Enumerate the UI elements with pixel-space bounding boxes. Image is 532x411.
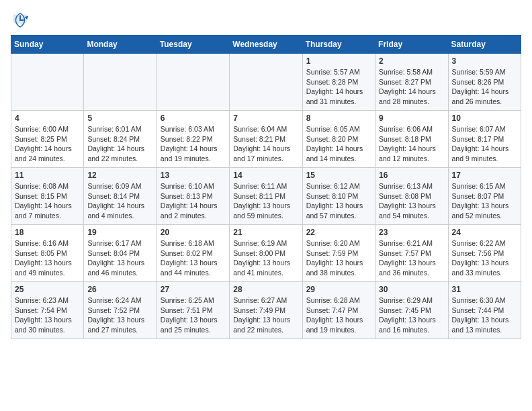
day-info-text: Sunrise: 6:16 AM Sunset: 8:05 PM Dayligh… (15, 238, 80, 278)
calendar-day-cell: 25Sunrise: 6:23 AM Sunset: 7:54 PM Dayli… (11, 282, 84, 339)
calendar-day-cell: 21Sunrise: 6:19 AM Sunset: 8:00 PM Dayli… (230, 225, 302, 282)
day-number: 16 (379, 171, 444, 180)
calendar-day-cell: 5Sunrise: 6:01 AM Sunset: 8:24 PM Daylig… (84, 111, 157, 168)
day-number: 22 (306, 228, 371, 237)
day-info-text: Sunrise: 6:29 AM Sunset: 7:45 PM Dayligh… (379, 295, 444, 335)
weekday-header-cell: Friday (375, 36, 448, 54)
day-number: 28 (233, 285, 298, 294)
logo (11, 11, 31, 30)
day-number: 8 (306, 113, 371, 123)
day-number: 10 (452, 113, 517, 123)
calendar-day-cell: 12Sunrise: 6:09 AM Sunset: 8:14 PM Dayli… (84, 168, 157, 225)
day-number: 24 (452, 228, 517, 237)
calendar-day-cell (84, 54, 157, 111)
calendar-day-cell: 7Sunrise: 6:04 AM Sunset: 8:21 PM Daylig… (230, 111, 302, 168)
day-number: 2 (379, 56, 444, 66)
day-number: 30 (379, 285, 444, 294)
calendar-day-cell: 10Sunrise: 6:07 AM Sunset: 8:17 PM Dayli… (448, 111, 521, 168)
day-info-text: Sunrise: 6:11 AM Sunset: 8:11 PM Dayligh… (233, 181, 298, 221)
calendar-day-cell: 19Sunrise: 6:17 AM Sunset: 8:04 PM Dayli… (84, 225, 157, 282)
day-number: 29 (306, 285, 371, 294)
day-info-text: Sunrise: 5:58 AM Sunset: 8:27 PM Dayligh… (379, 67, 444, 107)
day-info-text: Sunrise: 6:05 AM Sunset: 8:20 PM Dayligh… (306, 124, 371, 164)
calendar-day-cell: 11Sunrise: 6:08 AM Sunset: 8:15 PM Dayli… (11, 168, 84, 225)
calendar-day-cell: 1Sunrise: 5:57 AM Sunset: 8:28 PM Daylig… (302, 54, 375, 111)
calendar-week-row: 25Sunrise: 6:23 AM Sunset: 7:54 PM Dayli… (11, 282, 521, 339)
day-info-text: Sunrise: 6:12 AM Sunset: 8:10 PM Dayligh… (306, 181, 371, 221)
calendar-day-cell: 4Sunrise: 6:00 AM Sunset: 8:25 PM Daylig… (11, 111, 84, 168)
day-info-text: Sunrise: 6:23 AM Sunset: 7:54 PM Dayligh… (15, 295, 80, 335)
day-number: 13 (161, 171, 226, 180)
calendar-day-cell: 2Sunrise: 5:58 AM Sunset: 8:27 PM Daylig… (375, 54, 448, 111)
day-info-text: Sunrise: 6:07 AM Sunset: 8:17 PM Dayligh… (452, 124, 517, 164)
calendar-day-cell: 22Sunrise: 6:20 AM Sunset: 7:59 PM Dayli… (302, 225, 375, 282)
day-number: 5 (87, 113, 152, 123)
day-info-text: Sunrise: 6:21 AM Sunset: 7:57 PM Dayligh… (379, 238, 444, 278)
calendar-day-cell: 27Sunrise: 6:25 AM Sunset: 7:51 PM Dayli… (157, 282, 229, 339)
calendar-day-cell: 8Sunrise: 6:05 AM Sunset: 8:20 PM Daylig… (302, 111, 375, 168)
calendar-day-cell: 15Sunrise: 6:12 AM Sunset: 8:10 PM Dayli… (302, 168, 375, 225)
day-number: 11 (15, 171, 80, 180)
day-number: 19 (87, 228, 152, 237)
day-info-text: Sunrise: 5:57 AM Sunset: 8:28 PM Dayligh… (306, 67, 371, 107)
weekday-header-row: SundayMondayTuesdayWednesdayThursdayFrid… (11, 36, 521, 54)
day-info-text: Sunrise: 6:04 AM Sunset: 8:21 PM Dayligh… (233, 124, 298, 164)
day-number: 25 (15, 285, 80, 294)
day-number: 1 (306, 56, 371, 66)
day-number: 26 (87, 285, 152, 294)
calendar-day-cell (230, 54, 302, 111)
day-info-text: Sunrise: 6:27 AM Sunset: 7:49 PM Dayligh… (233, 295, 298, 335)
day-number: 21 (233, 228, 298, 237)
calendar-day-cell: 13Sunrise: 6:10 AM Sunset: 8:13 PM Dayli… (157, 168, 229, 225)
day-info-text: Sunrise: 6:06 AM Sunset: 8:18 PM Dayligh… (379, 124, 444, 164)
weekday-header-cell: Monday (84, 36, 157, 54)
day-info-text: Sunrise: 6:10 AM Sunset: 8:13 PM Dayligh… (161, 181, 226, 221)
calendar-day-cell: 26Sunrise: 6:24 AM Sunset: 7:52 PM Dayli… (84, 282, 157, 339)
day-info-text: Sunrise: 6:15 AM Sunset: 8:07 PM Dayligh… (452, 181, 517, 221)
day-info-text: Sunrise: 6:22 AM Sunset: 7:56 PM Dayligh… (452, 238, 517, 278)
calendar-body: 1Sunrise: 5:57 AM Sunset: 8:28 PM Daylig… (11, 54, 521, 339)
calendar-day-cell: 23Sunrise: 6:21 AM Sunset: 7:57 PM Dayli… (375, 225, 448, 282)
day-info-text: Sunrise: 6:18 AM Sunset: 8:02 PM Dayligh… (161, 238, 226, 278)
calendar-week-row: 4Sunrise: 6:00 AM Sunset: 8:25 PM Daylig… (11, 111, 521, 168)
day-number: 31 (452, 285, 517, 294)
day-info-text: Sunrise: 6:03 AM Sunset: 8:22 PM Dayligh… (161, 124, 226, 164)
day-number: 15 (306, 171, 371, 180)
calendar-day-cell: 16Sunrise: 6:13 AM Sunset: 8:08 PM Dayli… (375, 168, 448, 225)
calendar-day-cell: 18Sunrise: 6:16 AM Sunset: 8:05 PM Dayli… (11, 225, 84, 282)
calendar-day-cell: 30Sunrise: 6:29 AM Sunset: 7:45 PM Dayli… (375, 282, 448, 339)
day-number: 9 (379, 113, 444, 123)
day-number: 7 (233, 113, 298, 123)
header (11, 11, 521, 30)
calendar-day-cell: 14Sunrise: 6:11 AM Sunset: 8:11 PM Dayli… (230, 168, 302, 225)
day-info-text: Sunrise: 6:08 AM Sunset: 8:15 PM Dayligh… (15, 181, 80, 221)
calendar-day-cell (157, 54, 229, 111)
calendar-day-cell: 29Sunrise: 6:28 AM Sunset: 7:47 PM Dayli… (302, 282, 375, 339)
weekday-header-cell: Saturday (448, 36, 521, 54)
calendar-day-cell: 24Sunrise: 6:22 AM Sunset: 7:56 PM Dayli… (448, 225, 521, 282)
calendar-week-row: 18Sunrise: 6:16 AM Sunset: 8:05 PM Dayli… (11, 225, 521, 282)
day-number: 4 (15, 113, 80, 123)
day-info-text: Sunrise: 6:28 AM Sunset: 7:47 PM Dayligh… (306, 295, 371, 335)
calendar-day-cell: 6Sunrise: 6:03 AM Sunset: 8:22 PM Daylig… (157, 111, 229, 168)
day-info-text: Sunrise: 6:13 AM Sunset: 8:08 PM Dayligh… (379, 181, 444, 221)
day-number: 12 (87, 171, 152, 180)
weekday-header-cell: Wednesday (230, 36, 302, 54)
calendar-day-cell: 3Sunrise: 5:59 AM Sunset: 8:26 PM Daylig… (448, 54, 521, 111)
day-number: 23 (379, 228, 444, 237)
calendar-day-cell: 31Sunrise: 6:30 AM Sunset: 7:44 PM Dayli… (448, 282, 521, 339)
day-number: 14 (233, 171, 298, 180)
day-info-text: Sunrise: 6:09 AM Sunset: 8:14 PM Dayligh… (87, 181, 152, 221)
calendar-day-cell: 9Sunrise: 6:06 AM Sunset: 8:18 PM Daylig… (375, 111, 448, 168)
day-number: 17 (452, 171, 517, 180)
day-info-text: Sunrise: 6:00 AM Sunset: 8:25 PM Dayligh… (15, 124, 80, 164)
day-number: 3 (452, 56, 517, 66)
calendar-table: SundayMondayTuesdayWednesdayThursdayFrid… (11, 35, 521, 339)
logo-icon (11, 11, 30, 30)
day-info-text: Sunrise: 6:17 AM Sunset: 8:04 PM Dayligh… (87, 238, 152, 278)
calendar-day-cell: 17Sunrise: 6:15 AM Sunset: 8:07 PM Dayli… (448, 168, 521, 225)
calendar-day-cell: 20Sunrise: 6:18 AM Sunset: 8:02 PM Dayli… (157, 225, 229, 282)
calendar-day-cell (11, 54, 84, 111)
day-info-text: Sunrise: 6:20 AM Sunset: 7:59 PM Dayligh… (306, 238, 371, 278)
weekday-header-cell: Tuesday (157, 36, 229, 54)
